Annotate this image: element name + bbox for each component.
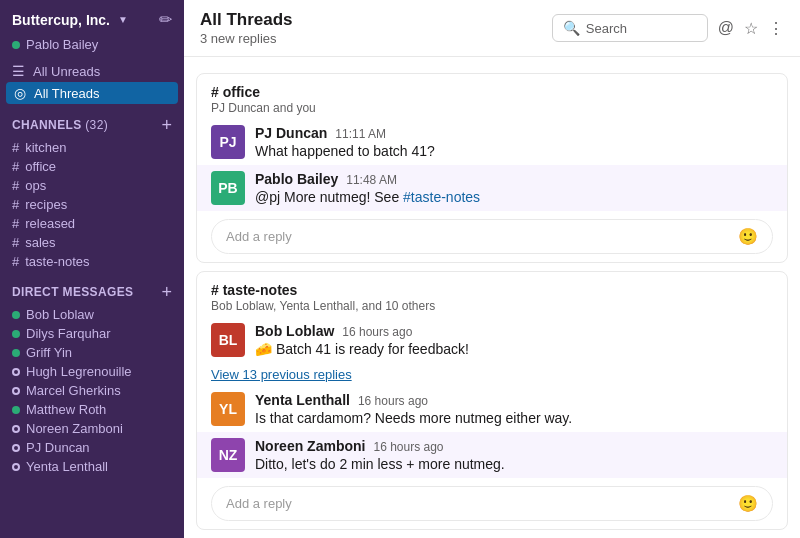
message-time: 16 hours ago xyxy=(358,394,428,408)
emoji-icon[interactable]: 🙂 xyxy=(738,227,758,246)
thread-group-taste-notes: # taste-notes Bob Loblaw, Yenta Lenthall… xyxy=(196,271,788,530)
message-author: Bob Loblaw xyxy=(255,323,334,339)
dm-marcel-gherkins[interactable]: Marcel Gherkins xyxy=(0,381,184,400)
dm-bob-loblaw[interactable]: Bob Loblaw xyxy=(0,305,184,324)
dm-griff-yin[interactable]: Griff Yin xyxy=(0,343,184,362)
add-reply-input[interactable]: Add a reply 🙂 xyxy=(211,219,773,254)
dm-hugh-legrenouille[interactable]: Hugh Legrenouille xyxy=(0,362,184,381)
message-row: NZ Noreen Zamboni 16 hours ago Ditto, le… xyxy=(197,432,787,478)
add-reply-row: Add a reply 🙂 xyxy=(197,478,787,529)
sidebar-item-recipes[interactable]: #recipes xyxy=(0,195,184,214)
message-header: Yenta Lenthall 16 hours ago xyxy=(255,392,773,408)
user-status-dot xyxy=(12,41,20,49)
message-content: Yenta Lenthall 16 hours ago Is that card… xyxy=(255,392,773,426)
header-title-area: All Threads 3 new replies xyxy=(200,10,293,46)
add-channel-icon[interactable]: + xyxy=(161,116,172,134)
dm-status-dot xyxy=(12,425,20,433)
hash-icon: # xyxy=(12,159,19,174)
message-content: Noreen Zamboni 16 hours ago Ditto, let's… xyxy=(255,438,773,472)
sidebar-item-all-threads[interactable]: ◎ All Threads xyxy=(6,82,178,104)
page-subtitle: 3 new replies xyxy=(200,31,293,46)
dm-pj-duncan[interactable]: PJ Duncan xyxy=(0,438,184,457)
message-header: PJ Duncan 11:11 AM xyxy=(255,125,773,141)
add-dm-icon[interactable]: + xyxy=(161,283,172,301)
thread-channel-name[interactable]: # office xyxy=(211,84,773,100)
search-box[interactable]: 🔍 Search xyxy=(552,14,708,42)
hash-icon: # xyxy=(12,235,19,250)
threads-content: # office PJ Duncan and you PJ PJ Duncan … xyxy=(184,57,800,538)
dm-status-dot xyxy=(12,368,20,376)
workspace-name: Buttercup, Inc. xyxy=(12,12,110,28)
message-time: 16 hours ago xyxy=(342,325,412,339)
sidebar-header: Buttercup, Inc. ▼ ✏ xyxy=(0,0,184,37)
sidebar-item-label: All Threads xyxy=(34,86,100,101)
hash-icon: # xyxy=(12,254,19,269)
sidebar-item-kitchen[interactable]: #kitchen xyxy=(0,138,184,157)
message-content: PJ Duncan 11:11 AM What happened to batc… xyxy=(255,125,773,159)
dm-label: DIRECT MESSAGES xyxy=(12,285,133,299)
message-text: Is that cardamom? Needs more nutmeg eith… xyxy=(255,410,773,426)
thread-participants: PJ Duncan and you xyxy=(211,101,773,115)
channels-section-header: CHANNELS (32) + xyxy=(0,104,184,138)
hash-icon: # xyxy=(12,178,19,193)
avatar: PJ xyxy=(211,125,245,159)
message-time: 11:11 AM xyxy=(335,127,386,141)
sidebar-item-ops[interactable]: #ops xyxy=(0,176,184,195)
header-actions: 🔍 Search @ ☆ ⋮ xyxy=(552,14,784,42)
avatar: NZ xyxy=(211,438,245,472)
hash-icon: # xyxy=(12,197,19,212)
dm-status-dot xyxy=(12,311,20,319)
star-icon[interactable]: ☆ xyxy=(744,19,758,38)
message-time: 16 hours ago xyxy=(373,440,443,454)
add-reply-placeholder: Add a reply xyxy=(226,496,292,511)
sidebar-item-taste-notes[interactable]: #taste-notes xyxy=(0,252,184,271)
avatar: YL xyxy=(211,392,245,426)
dm-status-dot xyxy=(12,444,20,452)
sidebar-item-all-unreads[interactable]: ☰ All Unreads xyxy=(0,60,184,82)
hash-icon: # xyxy=(12,140,19,155)
thread-group-header: # taste-notes Bob Loblaw, Yenta Lenthall… xyxy=(197,272,787,317)
sidebar-item-released[interactable]: #released xyxy=(0,214,184,233)
more-icon[interactable]: ⋮ xyxy=(768,19,784,38)
taste-notes-link[interactable]: #taste-notes xyxy=(403,189,480,205)
dm-status-dot xyxy=(12,349,20,357)
workspace-caret-icon: ▼ xyxy=(118,14,128,25)
add-reply-placeholder: Add a reply xyxy=(226,229,292,244)
thread-channel-name[interactable]: # taste-notes xyxy=(211,282,773,298)
dm-status-dot xyxy=(12,387,20,395)
avatar: BL xyxy=(211,323,245,357)
message-row: BL Bob Loblaw 16 hours ago 🧀 Batch 41 is… xyxy=(197,317,787,363)
message-row: YL Yenta Lenthall 16 hours ago Is that c… xyxy=(197,386,787,432)
add-reply-input[interactable]: Add a reply 🙂 xyxy=(211,486,773,521)
message-content: Pablo Bailey 11:48 AM @pj More nutmeg! S… xyxy=(255,171,773,205)
dm-dilys-farquhar[interactable]: Dilys Farquhar xyxy=(0,324,184,343)
sidebar: Buttercup, Inc. ▼ ✏ Pablo Bailey ☰ All U… xyxy=(0,0,184,538)
dm-status-dot xyxy=(12,463,20,471)
hash-icon: # xyxy=(12,216,19,231)
sidebar-item-sales[interactable]: #sales xyxy=(0,233,184,252)
view-replies-link[interactable]: View 13 previous replies xyxy=(197,363,787,386)
at-icon[interactable]: @ xyxy=(718,19,734,37)
search-label: Search xyxy=(586,21,627,36)
message-text: @pj More nutmeg! See #taste-notes xyxy=(255,189,773,205)
user-name: Pablo Bailey xyxy=(26,37,98,52)
sidebar-item-office[interactable]: #office xyxy=(0,157,184,176)
dm-yenta-lenthall[interactable]: Yenta Lenthall xyxy=(0,457,184,476)
dm-noreen-zamboni[interactable]: Noreen Zamboni xyxy=(0,419,184,438)
current-user: Pablo Bailey xyxy=(0,37,184,60)
message-text: What happened to batch 41? xyxy=(255,143,773,159)
dm-section-header: DIRECT MESSAGES + xyxy=(0,271,184,305)
message-content: Bob Loblaw 16 hours ago 🧀 Batch 41 is re… xyxy=(255,323,773,357)
main-header: All Threads 3 new replies 🔍 Search @ ☆ ⋮ xyxy=(184,0,800,57)
emoji-icon[interactable]: 🙂 xyxy=(738,494,758,513)
message-header: Pablo Bailey 11:48 AM xyxy=(255,171,773,187)
add-reply-row: Add a reply 🙂 xyxy=(197,211,787,262)
search-icon: 🔍 xyxy=(563,20,580,36)
dm-matthew-roth[interactable]: Matthew Roth xyxy=(0,400,184,419)
thread-group-header: # office PJ Duncan and you xyxy=(197,74,787,119)
workspace-name-area[interactable]: Buttercup, Inc. ▼ xyxy=(12,12,128,28)
avatar: PB xyxy=(211,171,245,205)
message-author: Pablo Bailey xyxy=(255,171,338,187)
message-header: Bob Loblaw 16 hours ago xyxy=(255,323,773,339)
compose-icon[interactable]: ✏ xyxy=(159,10,172,29)
